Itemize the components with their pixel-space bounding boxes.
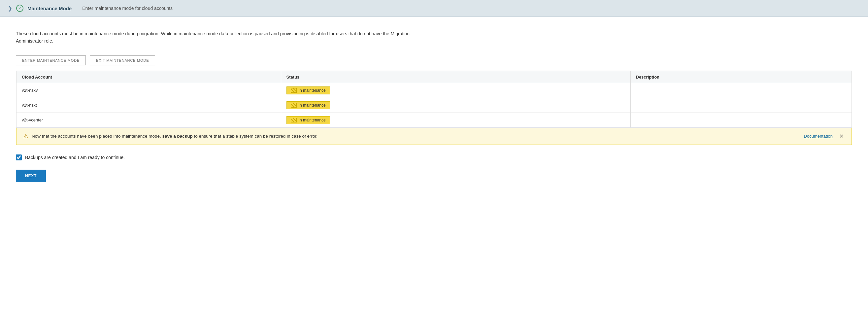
status-badge: In maintenance <box>286 101 330 109</box>
accounts-table-container: Cloud Account Status Description v2t-nsx… <box>16 71 852 145</box>
table-row: v2t-nsxtIn maintenance <box>17 98 852 113</box>
status-badge: In maintenance <box>286 87 330 94</box>
warning-content: ⚠ Now that the accounts have been placed… <box>23 133 804 140</box>
col-status: Status <box>281 71 630 83</box>
status-text: In maintenance <box>299 103 326 108</box>
col-cloud-account: Cloud Account <box>17 71 281 83</box>
header-title: Maintenance Mode <box>27 6 72 11</box>
cell-cloud-account: v2t-nsxt <box>17 98 281 113</box>
buttons-row: ENTER MAINTENANCE MODE EXIT MAINTENANCE … <box>16 56 852 65</box>
backup-checkbox[interactable] <box>16 154 22 160</box>
warning-close-button[interactable]: ✕ <box>838 133 845 139</box>
warning-text: Now that the accounts have been placed i… <box>32 134 317 139</box>
cell-description <box>630 113 852 127</box>
description-text: These cloud accounts must be in maintena… <box>16 30 412 45</box>
next-button[interactable]: NEXT <box>16 170 46 182</box>
table-header-row: Cloud Account Status Description <box>17 71 852 83</box>
table-row: v2t-nsxvIn maintenance <box>17 83 852 98</box>
header-subtitle: Enter maintenance mode for cloud account… <box>82 6 173 11</box>
col-description: Description <box>630 71 852 83</box>
cell-status: In maintenance <box>281 83 630 98</box>
status-text: In maintenance <box>299 88 326 93</box>
maintenance-hatch-icon <box>291 103 297 108</box>
status-badge: In maintenance <box>286 116 330 124</box>
status-text: In maintenance <box>299 118 326 122</box>
enter-maintenance-button[interactable]: ENTER MAINTENANCE MODE <box>16 56 86 65</box>
warning-icon: ⚠ <box>23 133 28 140</box>
checkbox-row: Backups are created and I am ready to co… <box>16 154 852 160</box>
backup-checkbox-label: Backups are created and I am ready to co… <box>25 155 125 160</box>
header-bar: ❯ ✓ Maintenance Mode Enter maintenance m… <box>0 0 868 17</box>
cell-description <box>630 98 852 113</box>
cell-cloud-account: v2t-nsxv <box>17 83 281 98</box>
check-icon: ✓ <box>16 5 24 12</box>
table-row: v2t-vcenterIn maintenance <box>17 113 852 127</box>
maintenance-hatch-icon <box>291 118 297 122</box>
warning-actions: Documentation ✕ <box>804 133 845 139</box>
cell-status: In maintenance <box>281 113 630 127</box>
cell-status: In maintenance <box>281 98 630 113</box>
exit-maintenance-button[interactable]: EXIT MAINTENANCE MODE <box>90 56 155 65</box>
accounts-table: Cloud Account Status Description v2t-nsx… <box>16 71 852 128</box>
documentation-link[interactable]: Documentation <box>804 134 833 139</box>
chevron-icon[interactable]: ❯ <box>8 5 12 11</box>
maintenance-hatch-icon <box>291 88 297 93</box>
cell-cloud-account: v2t-vcenter <box>17 113 281 127</box>
cell-description <box>630 83 852 98</box>
warning-banner: ⚠ Now that the accounts have been placed… <box>16 128 852 145</box>
main-content: These cloud accounts must be in maintena… <box>0 17 868 335</box>
